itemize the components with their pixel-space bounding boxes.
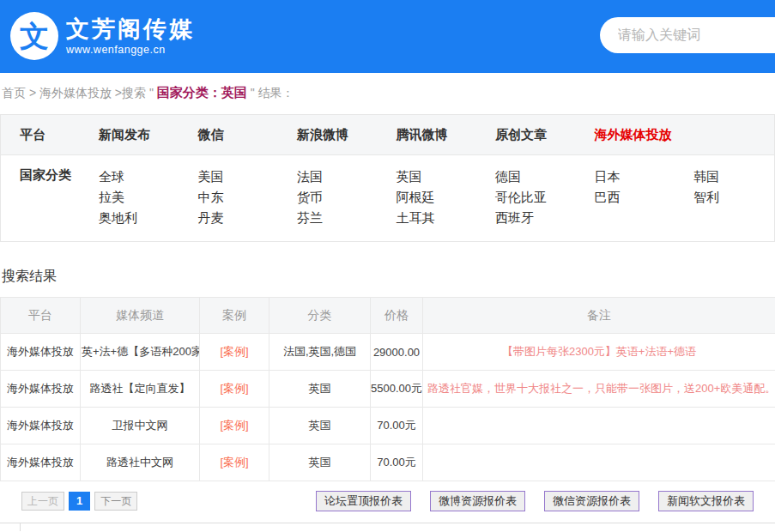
col-header-price: 价格 — [371, 298, 423, 334]
cell-remark: 路透社官媒，世界十大报社之一，只能带一张图片，送200+欧美通配。... — [423, 371, 775, 408]
wechat-resource-price-button[interactable]: 微信资源报价表 — [544, 491, 639, 511]
country-link-latam[interactable]: 拉美 — [99, 187, 179, 208]
country-column: 全球 拉美 奥地利 — [80, 166, 179, 228]
country-link-spain[interactable]: 西班牙 — [495, 208, 576, 228]
col-header-platform: 平台 — [1, 298, 81, 334]
breadcrumb-search-label: >搜索 " — [112, 86, 157, 100]
next-page-button[interactable]: 下一页 — [94, 492, 137, 511]
bottom-bar: 上一页 1 下一页 论坛置顶报价表 微博资源报价表 微信资源报价表 新闻软文报价… — [0, 491, 775, 511]
country-link-turkey[interactable]: 土耳其 — [397, 208, 477, 228]
price-list-buttons: 论坛置顶报价表 微博资源报价表 微信资源报价表 新闻软文报价表 — [297, 491, 754, 511]
logo-glyph: 文 — [20, 21, 49, 51]
platform-nav-row: 平台 新闻发布 微信 新浪微博 腾讯微博 原创文章 海外媒体投放 — [1, 115, 774, 155]
results-section-title: 搜索结果 — [0, 268, 775, 286]
country-link-finland[interactable]: 芬兰 — [297, 208, 378, 228]
cell-price: 5500.00元 — [371, 371, 423, 408]
country-link-argentina[interactable]: 阿根廷 — [397, 187, 477, 208]
nav-item-overseas-media-active[interactable]: 海外媒体投放 — [576, 127, 675, 143]
country-link-brazil[interactable]: 巴西 — [595, 187, 675, 208]
case-link[interactable]: [案例] — [220, 456, 248, 469]
cell-platform: 海外媒体投放 — [1, 334, 81, 371]
footer-divider — [0, 523, 775, 531]
results-table: 平台 媒体频道 案例 分类 价格 备注 海外媒体投放 英+法+德【多语种200家… — [0, 297, 775, 481]
cell-price: 70.00元 — [371, 408, 423, 444]
country-link-denmark[interactable]: 丹麦 — [198, 208, 279, 228]
country-column: 法国 货币 芬兰 — [278, 166, 378, 228]
breadcrumb-separator: > — [26, 86, 39, 100]
country-link-germany[interactable]: 德国 — [495, 166, 576, 187]
country-link-colombia[interactable]: 哥伦比亚 — [495, 187, 576, 208]
country-link-korea[interactable]: 韩国 — [693, 166, 774, 187]
cell-case: [案例] — [200, 408, 269, 444]
cell-price: 70.00元 — [371, 444, 423, 481]
country-link-currency[interactable]: 货币 — [297, 187, 378, 208]
nav-item-original-article[interactable]: 原创文章 — [476, 127, 576, 143]
cell-remark: 【带图片每张2300元】英语+法语+德语 — [423, 334, 775, 371]
brand-name: 文芳阁传媒 — [66, 16, 195, 43]
cell-platform: 海外媒体投放 — [1, 371, 81, 408]
cell-remark — [423, 444, 775, 481]
prev-page-button[interactable]: 上一页 — [21, 492, 64, 511]
country-link-global[interactable]: 全球 — [99, 166, 179, 187]
case-link[interactable]: [案例] — [220, 419, 248, 432]
nav-item-sina-weibo[interactable]: 新浪微博 — [278, 127, 378, 143]
country-link-austria[interactable]: 奥地利 — [99, 208, 179, 228]
country-link-france[interactable]: 法国 — [297, 166, 378, 187]
results-header-row: 平台 媒体频道 案例 分类 价格 备注 — [1, 298, 775, 334]
filter-panel: 平台 新闻发布 微信 新浪微博 腾讯微博 原创文章 海外媒体投放 国家分类 全球… — [0, 114, 775, 242]
cell-channel: 英+法+德【多语种200家】 — [81, 334, 200, 371]
breadcrumb-result-label: " 结果： — [247, 86, 294, 100]
cell-channel: 卫报中文网 — [81, 408, 200, 444]
col-header-category: 分类 — [269, 298, 371, 334]
cell-case: [案例] — [200, 444, 269, 481]
country-column: 韩国 智利 — [675, 166, 774, 228]
nav-item-tencent-weibo[interactable]: 腾讯微博 — [378, 127, 477, 143]
news-article-price-button[interactable]: 新闻软文报价表 — [658, 491, 754, 511]
footer-edge — [20, 523, 21, 531]
country-link-mideast[interactable]: 中东 — [198, 187, 279, 208]
case-link[interactable]: [案例] — [220, 382, 248, 395]
cell-category: 英国 — [269, 408, 371, 444]
search-box — [600, 17, 775, 53]
country-link-usa[interactable]: 美国 — [198, 166, 279, 187]
nav-item-wechat[interactable]: 微信 — [179, 127, 279, 143]
cell-category: 英国 — [269, 371, 371, 408]
table-row: 海外媒体投放 卫报中文网 [案例] 英国 70.00元 — [1, 408, 775, 444]
cell-platform: 海外媒体投放 — [1, 444, 81, 481]
table-row: 海外媒体投放 路透社中文网 [案例] 英国 70.00元 — [1, 444, 775, 481]
cell-remark — [423, 408, 775, 444]
col-header-channel: 媒体频道 — [81, 298, 200, 334]
breadcrumb-section-link[interactable]: 海外媒体投放 — [39, 86, 112, 100]
col-header-case: 案例 — [200, 298, 269, 334]
pagination: 上一页 1 下一页 — [21, 492, 142, 511]
country-link-chile[interactable]: 智利 — [693, 187, 774, 208]
table-row: 海外媒体投放 路透社【定向直发】 [案例] 英国 5500.00元 路透社官媒，… — [1, 371, 775, 408]
cell-channel: 路透社中文网 — [81, 444, 200, 481]
table-row: 海外媒体投放 英+法+德【多语种200家】 [案例] 法国,英国,德国 2900… — [1, 334, 775, 371]
brand-url: www.wenfangge.cn — [66, 44, 195, 56]
country-link-uk[interactable]: 英国 — [397, 166, 477, 187]
country-column: 日本 巴西 — [576, 166, 675, 228]
cell-price: 29000.00 — [371, 334, 423, 371]
cell-category: 英国 — [269, 444, 371, 481]
forum-top-price-button[interactable]: 论坛置顶报价表 — [316, 491, 411, 511]
cell-platform: 海外媒体投放 — [1, 408, 81, 444]
breadcrumb-query-highlight: 国家分类：英国 — [157, 85, 247, 100]
weibo-resource-price-button[interactable]: 微博资源报价表 — [430, 491, 525, 511]
nav-item-news[interactable]: 新闻发布 — [80, 127, 179, 143]
col-header-remark: 备注 — [423, 298, 775, 334]
cell-case: [案例] — [200, 371, 269, 408]
cell-case: [案例] — [200, 334, 269, 371]
country-filter-row: 国家分类 全球 拉美 奥地利 美国 中东 丹麦 法国 货币 芬兰 英国 阿根廷 … — [1, 155, 774, 241]
country-column: 英国 阿根廷 土耳其 — [378, 166, 477, 228]
cell-channel: 路透社【定向直发】 — [81, 371, 200, 408]
search-input[interactable] — [618, 27, 764, 43]
breadcrumb: 首页 > 海外媒体投放 >搜索 " 国家分类：英国 " 结果： — [0, 73, 775, 114]
breadcrumb-home-link[interactable]: 首页 — [2, 86, 26, 100]
case-link[interactable]: [案例] — [220, 345, 248, 358]
brand-logo-icon: 文 — [10, 12, 58, 60]
country-link-japan[interactable]: 日本 — [595, 166, 675, 187]
country-column: 德国 哥伦比亚 西班牙 — [476, 166, 576, 228]
country-column: 美国 中东 丹麦 — [179, 166, 279, 228]
current-page-indicator: 1 — [69, 492, 90, 511]
